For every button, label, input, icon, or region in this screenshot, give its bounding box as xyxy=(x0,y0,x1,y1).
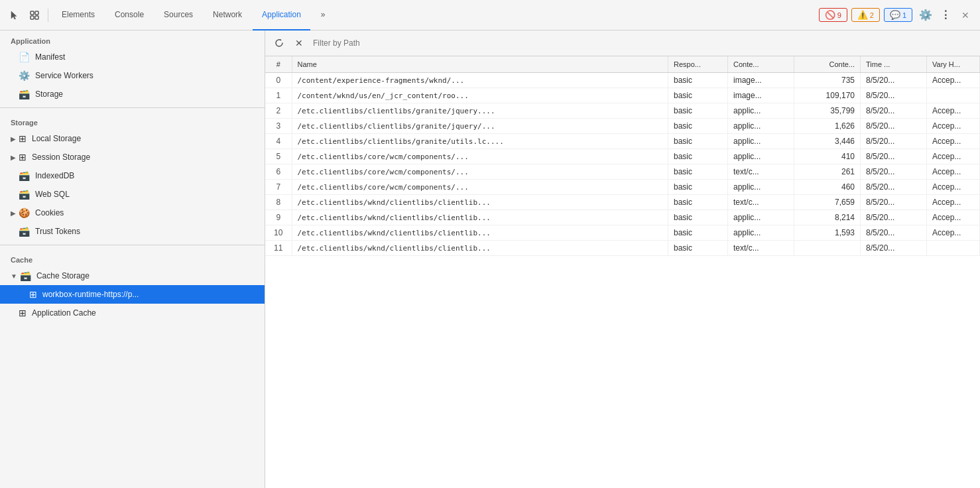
cookies-label: Cookies xyxy=(35,208,64,217)
tab-more[interactable]: » xyxy=(312,0,335,30)
cell-response: basic xyxy=(668,73,728,88)
table-row[interactable]: 2 /etc.clientlibs/clientlibs/granite/jqu… xyxy=(265,103,980,119)
cell-content-type: applic... xyxy=(728,134,794,149)
workbox-runtime-label: workbox-runtime-https://p... xyxy=(42,290,139,299)
error-icon: 🚫 xyxy=(825,10,835,20)
cell-time: 8/5/20... xyxy=(861,164,927,180)
clear-icon: ✕ xyxy=(295,38,303,48)
local-storage-arrow: ▶ xyxy=(11,135,16,143)
cell-content-length: 35,799 xyxy=(794,103,861,119)
cell-content-type: applic... xyxy=(728,119,794,134)
table-row[interactable]: 8 /etc.clientlibs/wknd/clientlibs/client… xyxy=(265,195,980,210)
table-row[interactable]: 10 /etc.clientlibs/wknd/clientlibs/clien… xyxy=(265,225,980,241)
table-row[interactable]: 1 /content/wknd/us/en/_jcr_content/roo..… xyxy=(265,88,980,103)
sidebar-item-cookies[interactable]: ▶ 🍪 Cookies xyxy=(0,204,265,222)
col-header-num[interactable]: # xyxy=(265,56,292,73)
tab-sources[interactable]: Sources xyxy=(154,0,202,30)
sidebar-item-workbox-runtime[interactable]: ⊞ workbox-runtime-https://p... xyxy=(0,285,265,304)
table-row[interactable]: 11 /etc.clientlibs/wknd/clientlibs/clien… xyxy=(265,241,980,256)
cell-content-length: 261 xyxy=(794,164,861,180)
cell-num: 11 xyxy=(265,241,292,256)
cell-time: 8/5/20... xyxy=(861,119,927,134)
cell-name: /etc.clientlibs/wknd/clientlibs/clientli… xyxy=(292,195,668,210)
sidebar-item-service-workers[interactable]: ⚙️ Service Workers xyxy=(0,66,265,85)
col-header-response[interactable]: Respo... xyxy=(668,56,728,73)
tab-console[interactable]: Console xyxy=(105,0,153,30)
tab-application[interactable]: Application xyxy=(253,0,310,30)
table-row[interactable]: 6 /etc.clientlibs/core/wcm/components/..… xyxy=(265,164,980,180)
indexed-db-label: IndexedDB xyxy=(35,171,74,180)
close-btn[interactable]: ✕ xyxy=(956,6,975,25)
cell-response: basic xyxy=(668,119,728,134)
cell-response: basic xyxy=(668,210,728,225)
cell-time: 8/5/20... xyxy=(861,134,927,149)
tab-network[interactable]: Network xyxy=(204,0,251,30)
cell-content-type: applic... xyxy=(728,225,794,241)
col-header-name[interactable]: Name xyxy=(292,56,668,73)
filter-input[interactable] xyxy=(310,37,975,49)
sidebar-divider-1 xyxy=(0,107,265,108)
cell-vary: Accep... xyxy=(927,225,980,241)
clear-btn[interactable]: ✕ xyxy=(290,34,308,52)
table-row[interactable]: 4 /etc.clientlibs/clientlibs/granite/uti… xyxy=(265,134,980,149)
cell-time: 8/5/20... xyxy=(861,73,927,88)
sidebar-item-session-storage[interactable]: ▶ ⊞ Session Storage xyxy=(0,148,265,166)
storage-section-title: Storage xyxy=(0,112,265,129)
info-badge[interactable]: 💬 1 xyxy=(884,8,912,22)
sidebar-item-local-storage[interactable]: ▶ ⊞ Local Storage xyxy=(0,129,265,148)
settings-icon-btn[interactable]: ⚙️ xyxy=(916,6,935,25)
col-header-time[interactable]: Time ... xyxy=(861,56,927,73)
sidebar-item-storage-app[interactable]: 🗃️ Storage xyxy=(0,85,265,103)
inspect-icon-btn[interactable] xyxy=(25,6,44,25)
cell-vary xyxy=(927,241,980,256)
message-count: 1 xyxy=(902,11,906,19)
data-table: # Name Respo... Conte... Conte... Time .… xyxy=(265,56,980,488)
sidebar-item-indexed-db[interactable]: 🗃️ IndexedDB xyxy=(0,166,265,185)
cell-response: basic xyxy=(668,103,728,119)
sidebar-item-cache-storage[interactable]: ▼ 🗃️ Cache Storage xyxy=(0,267,265,285)
cell-name: /etc.clientlibs/clientlibs/granite/utils… xyxy=(292,134,668,149)
error-badge[interactable]: 🚫 9 xyxy=(819,8,847,22)
sidebar-item-web-sql[interactable]: 🗃️ Web SQL xyxy=(0,185,265,204)
cell-vary xyxy=(927,88,980,103)
cell-content-type: applic... xyxy=(728,103,794,119)
cell-time: 8/5/20... xyxy=(861,210,927,225)
cell-time: 8/5/20... xyxy=(861,195,927,210)
cache-table: # Name Respo... Conte... Conte... Time .… xyxy=(265,56,980,256)
col-header-content-type[interactable]: Conte... xyxy=(728,56,794,73)
cookies-arrow: ▶ xyxy=(11,210,16,217)
cell-content-type: image... xyxy=(728,88,794,103)
cell-time: 8/5/20... xyxy=(861,225,927,241)
cell-time: 8/5/20... xyxy=(861,180,927,195)
col-header-content-length[interactable]: Conte... xyxy=(794,56,861,73)
cursor-icon-btn[interactable] xyxy=(5,6,24,25)
cell-response: basic xyxy=(668,88,728,103)
warning-count: 2 xyxy=(870,11,874,19)
cell-num: 0 xyxy=(265,73,292,88)
cache-storage-arrow: ▼ xyxy=(11,273,17,280)
more-options-btn[interactable]: ⋮ xyxy=(936,6,955,25)
sidebar-item-trust-tokens[interactable]: 🗃️ Trust Tokens xyxy=(0,222,265,241)
cache-storage-icon: 🗃️ xyxy=(20,271,31,281)
table-row[interactable]: 5 /etc.clientlibs/core/wcm/components/..… xyxy=(265,149,980,164)
sidebar-item-manifest[interactable]: 📄 Manifest xyxy=(0,48,265,66)
sidebar-item-application-cache[interactable]: ⊞ Application Cache xyxy=(0,304,265,322)
cell-num: 3 xyxy=(265,119,292,134)
col-header-vary[interactable]: Vary H... xyxy=(927,56,980,73)
cell-content-length: 1,626 xyxy=(794,119,861,134)
table-row[interactable]: 3 /etc.clientlibs/clientlibs/granite/jqu… xyxy=(265,119,980,134)
table-row[interactable]: 0 /content/experience-fragments/wknd/...… xyxy=(265,73,980,88)
warning-badge[interactable]: ⚠️ 2 xyxy=(851,8,880,22)
session-storage-arrow: ▶ xyxy=(11,154,16,161)
refresh-btn[interactable] xyxy=(271,34,288,52)
table-row[interactable]: 9 /etc.clientlibs/wknd/clientlibs/client… xyxy=(265,210,980,225)
cell-response: basic xyxy=(668,134,728,149)
table-row[interactable]: 7 /etc.clientlibs/core/wcm/components/..… xyxy=(265,180,980,195)
sidebar-service-workers-label: Service Workers xyxy=(35,71,93,80)
cell-vary: Accep... xyxy=(927,180,980,195)
tab-elements[interactable]: Elements xyxy=(52,0,104,30)
trust-tokens-label: Trust Tokens xyxy=(35,227,80,236)
filter-bar: ✕ xyxy=(265,30,980,56)
svg-rect-1 xyxy=(35,11,38,15)
svg-rect-2 xyxy=(31,16,34,19)
